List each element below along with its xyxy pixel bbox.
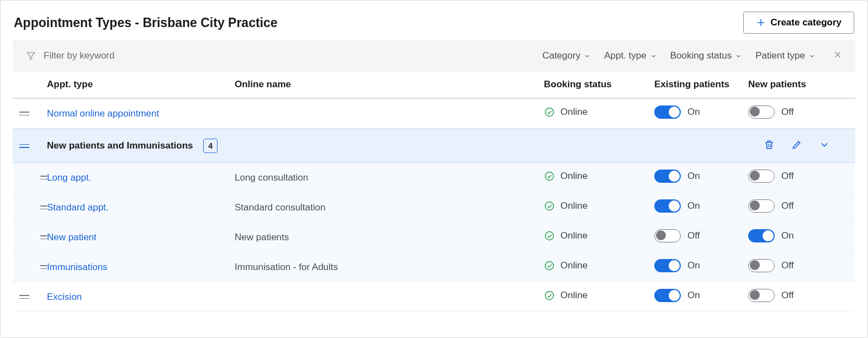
toggle-switch[interactable]	[654, 289, 681, 302]
svg-point-7	[546, 172, 554, 181]
page-title: Appointment Types - Brisbane City Practi…	[14, 15, 278, 30]
category-name: New patients and Immunisations	[47, 140, 193, 151]
plus-icon	[756, 18, 766, 28]
toggle-switch[interactable]	[748, 170, 775, 183]
table-header-row: Appt. type Online name Booking status Ex…	[13, 71, 855, 99]
chevron-down-icon	[808, 52, 816, 60]
filter-keyword-input[interactable]	[43, 50, 208, 62]
table-row: Excision Online On Off	[13, 282, 855, 312]
toggle-switch[interactable]	[748, 289, 775, 302]
drag-handle-icon[interactable]	[19, 295, 29, 299]
appt-type-link[interactable]: Immunisations	[47, 262, 108, 272]
toggle-switch[interactable]	[748, 259, 775, 272]
collapse-category-button[interactable]	[819, 139, 830, 153]
toggle-switch[interactable]	[748, 199, 775, 213]
online-name-value: New patients	[235, 232, 544, 243]
online-name-value: Immunisation - for Adults	[235, 262, 544, 273]
col-appt-type: Appt. type	[47, 73, 235, 96]
toggle-label: On	[687, 107, 700, 118]
category-row: New patients and Immunisations 4	[13, 129, 855, 163]
col-new-patients: New patients	[748, 73, 842, 96]
drag-handle-icon[interactable]	[19, 144, 29, 148]
table-row: New patient New patients Online Off On	[13, 223, 855, 252]
check-circle-icon	[544, 230, 555, 241]
toggle-label: Off	[781, 290, 793, 301]
appt-type-link[interactable]: Long appt.	[47, 172, 91, 183]
booking-status: Online	[544, 230, 588, 241]
check-circle-icon	[544, 171, 555, 182]
create-category-button[interactable]: Create category	[743, 12, 854, 34]
drag-handle-icon[interactable]	[40, 265, 47, 269]
appt-type-link[interactable]: Standard appt.	[47, 202, 109, 213]
chevron-down-icon	[650, 52, 657, 60]
booking-status: Online	[544, 200, 588, 212]
toggle-switch[interactable]	[654, 105, 681, 119]
chevron-down-icon	[584, 52, 591, 60]
toggle-switch[interactable]	[654, 170, 681, 183]
toggle-label: Off	[781, 260, 793, 271]
filter-patient-type-dropdown[interactable]: Patient type	[755, 50, 816, 61]
filter-category-dropdown[interactable]: Category	[542, 50, 591, 61]
toggle-switch[interactable]	[654, 229, 681, 242]
toggle-switch[interactable]	[748, 105, 775, 119]
toggle-label: On	[687, 260, 700, 271]
svg-point-10	[546, 262, 554, 270]
drag-handle-icon[interactable]	[19, 112, 29, 115]
svg-point-9	[546, 232, 554, 240]
booking-status: Online	[544, 260, 588, 271]
drag-handle-icon[interactable]	[40, 205, 47, 209]
appt-type-link[interactable]: New patient	[47, 232, 97, 242]
table-row: Normal online appointment Online On Off	[13, 99, 855, 129]
delete-category-button[interactable]	[764, 139, 775, 153]
trash-icon	[764, 139, 775, 150]
svg-point-4	[546, 108, 554, 117]
booking-status: Online	[544, 171, 588, 182]
col-online-name: Online name	[235, 73, 544, 96]
table-row: Long appt. Long consultation Online On O…	[13, 163, 855, 193]
filter-booking-status-dropdown[interactable]: Booking status	[670, 50, 743, 61]
toggle-label: On	[687, 290, 700, 301]
clear-filters-button[interactable]	[833, 50, 842, 61]
online-name-value: Standard consultation	[235, 202, 544, 213]
svg-point-8	[546, 202, 554, 210]
booking-status: Online	[544, 107, 588, 118]
check-circle-icon	[544, 260, 555, 271]
category-count-badge: 4	[203, 139, 218, 153]
col-booking-status: Booking status	[544, 73, 654, 96]
svg-point-11	[546, 292, 554, 300]
chevron-down-icon	[819, 139, 830, 150]
toggle-label: On	[687, 171, 700, 182]
appt-type-link[interactable]: Excision	[47, 292, 82, 302]
table-row: Immunisations Immunisation - for Adults …	[13, 252, 855, 282]
toggle-label: Off	[687, 230, 700, 241]
toggle-label: On	[781, 230, 794, 241]
toggle-switch[interactable]	[654, 259, 681, 272]
edit-category-button[interactable]	[791, 139, 802, 153]
filter-appt-type-dropdown[interactable]: Appt. type	[604, 50, 657, 61]
create-category-label: Create category	[770, 17, 841, 28]
check-circle-icon	[544, 290, 555, 301]
online-name-value: Long consultation	[235, 172, 544, 183]
toggle-label: Off	[781, 200, 793, 212]
appt-type-link[interactable]: Normal online appointment	[47, 108, 159, 119]
toggle-label: Off	[781, 171, 793, 182]
toggle-switch[interactable]	[748, 229, 775, 242]
booking-status: Online	[544, 290, 588, 301]
close-icon	[833, 50, 842, 59]
toggle-label: On	[687, 200, 700, 212]
toggle-switch[interactable]	[654, 199, 681, 213]
pencil-icon	[791, 139, 802, 150]
table-area[interactable]: Appt. type Online name Booking status Ex…	[1, 71, 867, 337]
table-row: Standard appt. Standard consultation Onl…	[13, 193, 855, 223]
chevron-down-icon	[735, 52, 742, 60]
col-existing-patients: Existing patients	[654, 73, 748, 96]
check-circle-icon	[544, 107, 555, 118]
toggle-label: Off	[781, 107, 793, 118]
filter-icon	[26, 51, 36, 61]
drag-handle-icon[interactable]	[40, 176, 47, 179]
check-circle-icon	[544, 200, 555, 212]
drag-handle-icon[interactable]	[40, 235, 47, 239]
filter-bar: Category Appt. type Booking status Patie…	[13, 40, 855, 71]
